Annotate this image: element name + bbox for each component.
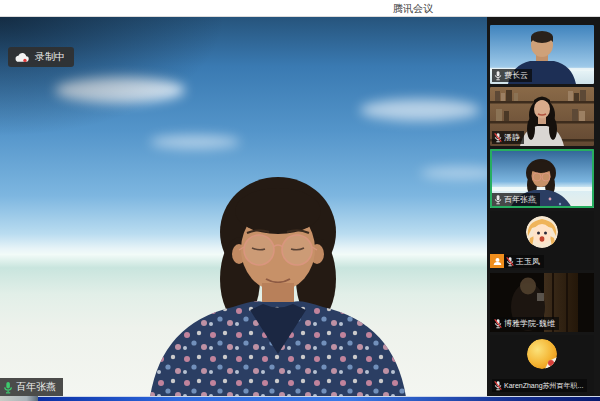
participant-name-label: 王玉凤	[504, 255, 544, 268]
participant-name: KarenZhang苏州百年职...	[504, 381, 583, 391]
main-video-feed[interactable]: 录制中 百年张燕	[0, 17, 487, 397]
participant-name: 百年张燕	[504, 194, 536, 205]
participant-tile[interactable]: 潘静	[490, 87, 594, 146]
background-window-edge	[0, 396, 600, 401]
participant-tile[interactable]: 王玉凤	[490, 211, 594, 270]
participant-avatar	[527, 339, 557, 369]
participant-tile-active-speaker[interactable]: 百年张燕	[490, 149, 594, 208]
titlebar: 腾讯会议	[0, 0, 600, 17]
recording-label: 录制中	[35, 50, 65, 64]
participant-name-label: 费长云	[492, 69, 532, 82]
participant-name: 王玉凤	[516, 256, 540, 267]
participant-avatar	[526, 216, 558, 248]
mic-muted-icon	[494, 132, 502, 143]
mic-icon	[494, 194, 502, 205]
participant-name-label: 潘静	[492, 131, 524, 144]
recording-indicator: 录制中	[8, 47, 74, 67]
mic-muted-icon	[494, 318, 502, 329]
participant-tile[interactable]: 博雅学院-魏维	[490, 273, 594, 332]
main-speaker-name-label: 百年张燕	[0, 378, 63, 396]
participant-tile[interactable]: KarenZhang苏州百年职...	[490, 335, 594, 401]
participant-name-label: 百年张燕	[492, 193, 540, 206]
cloud-recording-icon	[15, 52, 30, 63]
record-dot-icon	[23, 58, 26, 61]
participant-name: 博雅学院-魏维	[504, 318, 555, 329]
mic-muted-icon	[494, 380, 502, 391]
background-window-fragment	[0, 396, 38, 401]
participant-tile[interactable]: 费长云	[490, 25, 594, 84]
mic-icon	[3, 381, 13, 394]
main-speaker-name: 百年张燕	[16, 380, 56, 394]
member-badge-icon	[490, 254, 504, 268]
meeting-window: 腾讯会议	[0, 0, 600, 401]
participant-name-label: KarenZhang苏州百年职...	[492, 379, 587, 392]
background-window-blue-bar	[38, 396, 600, 401]
participant-name-label: 博雅学院-魏维	[492, 317, 559, 330]
mic-muted-icon	[506, 256, 514, 267]
participant-label-row: 王玉凤	[490, 254, 544, 268]
speaker-video-person	[0, 17, 487, 397]
mic-icon	[494, 70, 502, 81]
participant-name: 费长云	[504, 70, 528, 81]
participants-sidebar: 费长云	[487, 17, 600, 397]
app-title: 腾讯会议	[393, 2, 433, 15]
participant-name: 潘静	[504, 132, 520, 143]
